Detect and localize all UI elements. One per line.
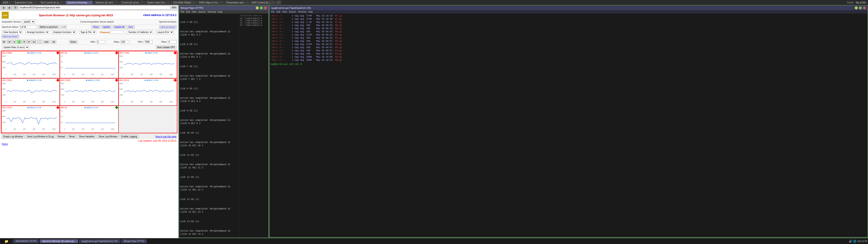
nav-prev[interactable]: ◄ [12, 40, 17, 44]
tab-control[interactable]: Control @ carme... × [120, 1, 145, 4]
tags-fits-select[interactable]: Tags & Fits [79, 30, 96, 34]
menu-edit[interactable]: Edit [186, 11, 190, 13]
tab-close-icon[interactable]: × [61, 1, 63, 4]
acq-server-select[interactable]: aida35 [22, 20, 35, 24]
url-input[interactable] [19, 6, 170, 9]
update-rate-select[interactable]: Update Rate (4 secs) [2, 45, 29, 49]
help-link[interactable]: How to use this page [156, 135, 177, 138]
reset-btn[interactable]: Reset [67, 135, 76, 139]
menu-terminal[interactable]: Terminal [208, 11, 216, 13]
nav-next[interactable]: ► [27, 40, 31, 44]
file-menu-edit[interactable]: Edit [276, 11, 280, 13]
ymin-input[interactable] [144, 40, 153, 43]
tab-newtab[interactable]: + [276, 0, 281, 4]
minimize-button[interactable]: _ [256, 6, 259, 9]
tab-close-icon[interactable]: × [90, 1, 91, 4]
terminal-prompt[interactable]: npg@carme-gsi G22-201 $ [271, 63, 866, 66]
reload-btn[interactable]: Reload [56, 135, 67, 139]
chart-cell-4[interactable]: 465 (7903) ■ aida010 1.8 W 9000 8500 750… [1, 79, 60, 105]
chart-cell-6[interactable]: 465 (7974) ■ aida12 1.8 W 8500 8000 7500… [119, 79, 177, 105]
forward-button[interactable]: ► [7, 6, 12, 9]
zero-btn[interactable]: Zero [127, 25, 135, 29]
xmax-input[interactable] [120, 40, 129, 43]
update-btn[interactable]: Update [101, 25, 112, 29]
places-icon[interactable]: 📁 [4, 240, 8, 243]
applications-icon[interactable]: ⊞ [1, 240, 4, 243]
network-icon[interactable]: 🌐 [853, 240, 857, 243]
empty-log-btn[interactable]: Empty Log Window [2, 135, 24, 139]
analysis-functions-select[interactable]: Analysis functions [52, 30, 76, 34]
taskbar-aida-btn[interactable]: AIDA MIDAS HTTPd [13, 239, 39, 243]
linear-btn[interactable]: linear [69, 40, 78, 43]
select-spectrum-btn[interactable]: Select a spectrum [38, 25, 59, 29]
what-btn-2[interactable]: What are these? [2, 35, 19, 38]
xmin-input[interactable] [96, 40, 105, 43]
tab-close-icon[interactable]: × [272, 1, 274, 4]
tab-experiment[interactable]: Experiment Contr... × [13, 1, 38, 4]
tab-statistics[interactable]: Statistics @ carm... × [93, 1, 119, 4]
back-button[interactable]: ◄ [1, 6, 6, 9]
menu-file[interactable]: File [181, 11, 184, 13]
menu-help[interactable]: Help [218, 11, 222, 13]
file-menu-terminal[interactable]: Terminal [298, 11, 307, 13]
chart-cell-3[interactable]: 465 (7738) ■ aida1 1.8 W 8500 8000 7500 … [119, 51, 177, 78]
view-functions-select[interactable]: View functions [2, 30, 22, 34]
file-menu-search[interactable]: Search [289, 11, 296, 13]
maximize-button[interactable]: □ [260, 6, 263, 9]
menu-view[interactable]: View [192, 11, 197, 13]
taskbar-spectrum-btn[interactable]: Spectrum Browser @ carme-gs... [40, 239, 78, 243]
nav-up[interactable]: ▲ [17, 40, 22, 44]
chart-cell-1[interactable]: 465 (7908) ■ aida01 1.8 W 9000 8500 7500… [1, 51, 60, 78]
ymax-input[interactable] [167, 40, 177, 43]
file-menu-view[interactable]: View [282, 11, 287, 13]
tab-systemwide[interactable]: System wide Che... × [145, 1, 170, 4]
file-close-btn[interactable]: × [863, 6, 866, 9]
tab-close-icon[interactable]: × [167, 1, 168, 4]
chart-cell-5[interactable]: 465 (7825) ■ aida11 1.8 W 8500 8000 7500… [60, 79, 118, 105]
nav-first[interactable]: |◄ [7, 40, 11, 44]
tab-runcontrol[interactable]: Run Control @ ca... × [39, 1, 65, 4]
auto-update-btn[interactable]: Auto Update OFF [156, 45, 177, 49]
tab-close-icon[interactable]: × [246, 1, 247, 4]
close-button[interactable]: × [264, 6, 267, 9]
tab-close-icon[interactable]: × [35, 1, 36, 4]
file-menu-help[interactable]: Help [308, 11, 313, 13]
file-minimize-btn[interactable]: _ [855, 6, 858, 9]
tab-close-icon[interactable]: × [116, 1, 117, 4]
update-all-btn[interactable]: Update All [113, 25, 126, 29]
tab-temperature[interactable]: Temperature and... × [224, 1, 249, 4]
menu-search[interactable]: Search [198, 11, 206, 13]
all-btn[interactable]: all [51, 40, 56, 43]
chart-cell-2[interactable]: 465 (0) ■ aida12 1.8 W 1.0 0.5 0.0 02004… [60, 51, 118, 78]
send-log-btn[interactable]: Send Log Window to ELog [25, 135, 55, 139]
file-menu-file[interactable]: File [271, 11, 275, 13]
show-log-btn[interactable]: Show Log Window [97, 135, 119, 139]
chart-cell-8[interactable]: 465 (0) ■ aida16 1.8 W 1.0 0.5 0.0 02004… [60, 106, 118, 133]
tab-gsiwhite[interactable]: GSI White Rabbit... × [171, 1, 197, 4]
new-btn[interactable]: new [43, 40, 50, 43]
taskbar-tape-btn[interactable]: npg@carme-gsi:/TapeData/G22-201 [79, 239, 121, 243]
tab-close-icon[interactable]: × [142, 1, 143, 4]
file-maximize-btn[interactable]: □ [859, 6, 862, 9]
tab-aida[interactable]: AIDA × [1, 1, 12, 4]
volume-icon[interactable]: 🔊 [849, 240, 852, 243]
radiation-icon[interactable]: ☢ [2, 40, 6, 43]
chart-cell-7[interactable]: 465 (7527) ■ aida13 1.8 W 9000 8500 7500… [1, 106, 60, 133]
tab-close-icon[interactable]: × [9, 1, 10, 4]
show-vars-btn[interactable]: Show Variables [77, 135, 96, 139]
tab-close-icon[interactable]: × [220, 1, 221, 4]
show-btn[interactable]: Show [91, 25, 100, 29]
tab-fadc[interactable]: FADC Align & Con... × [197, 1, 223, 4]
reload-button[interactable]: ↻ [13, 6, 18, 9]
nav-last[interactable]: ►| [32, 40, 36, 44]
flag-btn[interactable] [37, 40, 42, 44]
enable-logging-btn[interactable]: Enable Logging [120, 135, 139, 139]
arrange-functions-select[interactable]: Arrange functions [25, 30, 49, 34]
layout-id-select[interactable]: Layout ID▼ [156, 30, 174, 34]
taskbar-merger-btn[interactable]: Merger/Tape HTTPd [121, 239, 147, 243]
tab-spectrum[interactable]: Spectrum Browsing... × [65, 1, 93, 4]
what-btn-1[interactable]: What are these? [159, 26, 177, 29]
multi-btn[interactable]: multi [60, 25, 67, 29]
tab-asic[interactable]: ASIC Control @ c... × [250, 1, 276, 4]
num-galleries-select[interactable]: Number of Galleries [127, 30, 153, 34]
